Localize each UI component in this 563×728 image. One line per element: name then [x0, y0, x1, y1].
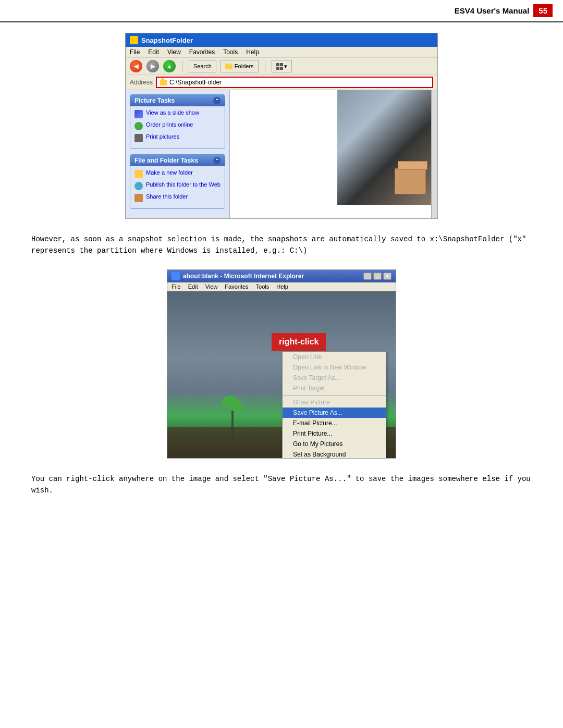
ie-window-buttons: _ □ ✕	[363, 273, 391, 280]
file-folder-tasks-section: File and Folder Tasks ⌃ Make a new folde…	[130, 154, 225, 209]
ie-titlebar: about:blank - Microsoft Internet Explore…	[167, 270, 396, 282]
right-click-label: right-click	[272, 333, 326, 351]
address-folder-icon	[160, 80, 167, 85]
screenshot-snapshot-folder: SnapshotFolder File Edit View Favorites …	[125, 33, 438, 219]
photo-boxes	[395, 168, 426, 194]
toolbar-separator-2	[265, 61, 265, 71]
order-prints-item[interactable]: Order prints online	[134, 121, 221, 130]
ctx-print-target[interactable]: Print Target	[283, 383, 386, 393]
go-button[interactable]: ▲	[163, 60, 176, 72]
folder-new-icon	[134, 170, 143, 178]
ie-minimize-button[interactable]: _	[363, 273, 372, 280]
plant-leaf-2	[227, 401, 243, 411]
window-sidebar: Picture Tasks ⌃ View as a slide show Ord…	[126, 90, 230, 218]
ie-menu-view[interactable]: View	[205, 283, 218, 290]
view-slideshow-item[interactable]: View as a slide show	[134, 109, 221, 118]
window-main-area	[230, 90, 437, 218]
grid-icon	[276, 63, 283, 70]
slideshow-icon	[134, 110, 143, 118]
ie-close-button[interactable]: ✕	[383, 273, 391, 280]
menu-file[interactable]: File	[130, 48, 140, 56]
window-title: SnapshotFolder	[141, 36, 193, 44]
menu-edit[interactable]: Edit	[148, 48, 159, 56]
paragraph-1: However, as soon as a snapshot selection…	[31, 233, 532, 257]
forward-button[interactable]: ▶	[146, 60, 159, 72]
address-value[interactable]: C:\SnapshotFolder	[156, 77, 433, 88]
ctx-email-picture[interactable]: E-mail Picture...	[283, 418, 386, 428]
print-pictures-item[interactable]: Print pictures	[134, 133, 221, 142]
snapshot-photo	[337, 90, 431, 205]
ie-menu-edit[interactable]: Edit	[188, 283, 198, 290]
address-label: Address	[130, 79, 153, 86]
window-titlebar: SnapshotFolder	[126, 33, 437, 47]
ie-icon	[172, 272, 180, 280]
ie-menu-help[interactable]: Help	[276, 283, 288, 290]
ie-menu-favorites[interactable]: Favorites	[225, 283, 248, 290]
ctx-print-picture[interactable]: Print Picture...	[283, 428, 386, 439]
paragraph-2: You can right-click anywhere on the imag…	[31, 473, 532, 497]
picture-tasks-items: View as a slide show Order prints online…	[130, 106, 225, 149]
publish-icon	[134, 182, 143, 190]
screenshot-ie: about:blank - Microsoft Internet Explore…	[167, 269, 396, 459]
window-content: Picture Tasks ⌃ View as a slide show Ord…	[126, 90, 437, 218]
ctx-open-link[interactable]: Open Link	[283, 352, 386, 362]
ie-title-left: about:blank - Microsoft Internet Explore…	[172, 272, 304, 280]
menu-help[interactable]: Help	[246, 48, 259, 56]
back-button[interactable]: ◀	[130, 60, 142, 72]
menu-view[interactable]: View	[167, 48, 181, 56]
address-bar: Address C:\SnapshotFolder	[126, 75, 437, 90]
publish-folder-item[interactable]: Publish this folder to the Web	[134, 181, 221, 190]
folders-button[interactable]: Folders	[221, 60, 259, 72]
ctx-show-picture[interactable]: Show Picture	[283, 397, 386, 408]
ctx-open-link-new[interactable]: Open Link in New Window	[283, 362, 386, 373]
share-icon	[134, 194, 143, 202]
ie-menu-tools[interactable]: Tools	[256, 283, 270, 290]
content-area: SnapshotFolder File Edit View Favorites …	[0, 22, 563, 517]
boxes-stack	[395, 168, 426, 194]
order-icon	[134, 122, 143, 130]
picture-tasks-header: Picture Tasks ⌃	[130, 95, 225, 106]
vertical-scrollbar[interactable]	[431, 90, 437, 218]
ctx-save-target[interactable]: Save Target As...	[283, 373, 386, 383]
ctx-separator-1	[283, 395, 386, 396]
file-folder-tasks-header: File and Folder Tasks ⌃	[130, 155, 225, 166]
ctx-set-background[interactable]: Set as Background	[283, 449, 386, 458]
search-button[interactable]: Search	[189, 60, 216, 72]
ie-menu-file[interactable]: File	[172, 283, 181, 290]
page-header: ESV4 User's Manual 55	[0, 0, 563, 22]
ie-menubar[interactable]: File Edit View Favorites Tools Help	[167, 282, 396, 291]
make-new-folder-item[interactable]: Make a new folder	[134, 169, 221, 178]
views-button[interactable]: ▾	[272, 60, 292, 72]
picture-tasks-section: Picture Tasks ⌃ View as a slide show Ord…	[130, 94, 225, 149]
ctx-save-picture-as[interactable]: Save Picture As...	[283, 408, 386, 418]
file-folder-tasks-collapse[interactable]: ⌃	[213, 157, 221, 164]
window-menubar[interactable]: File Edit View Favorites Tools Help	[126, 47, 437, 58]
ie-content-area: right-click ↙ Open Link Open Link in New…	[167, 291, 396, 458]
ctx-go-my-pictures[interactable]: Go to My Pictures	[283, 439, 386, 449]
share-folder-item[interactable]: Share this folder	[134, 193, 221, 202]
page-number: 55	[533, 4, 553, 17]
menu-favorites[interactable]: Favorites	[189, 48, 215, 56]
folder-titlebar-icon	[130, 36, 138, 44]
window-toolbar: ◀ ▶ ▲ Search Folders ▾	[126, 58, 437, 75]
toolbar-separator	[182, 61, 182, 71]
address-path: C:\SnapshotFolder	[169, 79, 222, 86]
manual-title: ESV4 User's Manual	[455, 6, 530, 15]
picture-tasks-collapse[interactable]: ⌃	[213, 97, 221, 104]
folders-icon	[225, 64, 232, 69]
dropdown-arrow: ▾	[284, 63, 287, 70]
print-icon	[134, 134, 143, 142]
file-area	[230, 90, 431, 218]
menu-tools[interactable]: Tools	[223, 48, 238, 56]
ie-maximize-button[interactable]: □	[373, 273, 382, 280]
context-menu: Open Link Open Link in New Window Save T…	[282, 351, 386, 458]
ie-window-title: about:blank - Microsoft Internet Explore…	[183, 273, 304, 280]
file-view-area	[230, 90, 431, 218]
file-folder-tasks-items: Make a new folder Publish this folder to…	[130, 166, 225, 208]
